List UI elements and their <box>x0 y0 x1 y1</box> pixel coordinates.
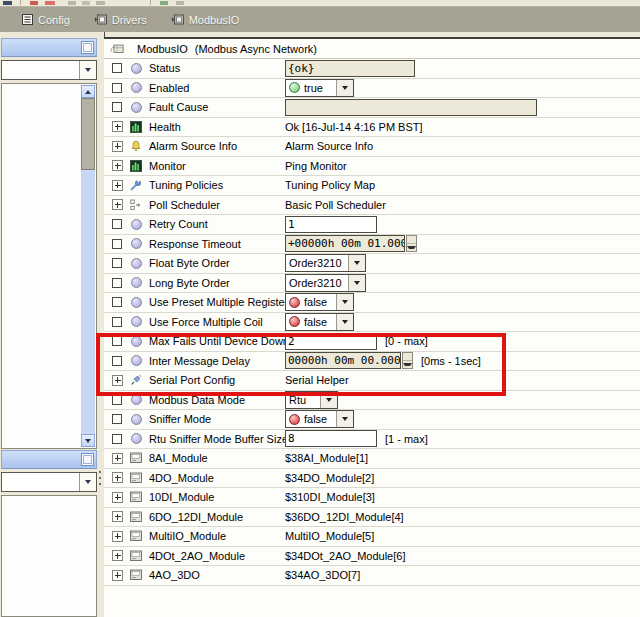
panel-content <box>1 495 97 617</box>
property-value: Ping Monitor <box>285 160 347 172</box>
spinner-down-button[interactable] <box>403 361 412 368</box>
dropdown-arrow-button[interactable] <box>336 411 353 427</box>
panel-maximize-button[interactable] <box>81 453 94 466</box>
retry-count-input[interactable]: 1 <box>285 216 377 233</box>
dropdown-arrow-button[interactable] <box>348 255 365 271</box>
config-icon <box>22 14 33 25</box>
dropdown-arrow-button[interactable] <box>336 314 353 330</box>
expand-plus-icon[interactable] <box>112 141 123 152</box>
property-label: Tuning Policies <box>149 179 223 191</box>
rtu-sniffer-mode-buffer-size-input[interactable]: 8 <box>285 430 377 447</box>
panel-maximize-button[interactable] <box>81 41 94 54</box>
property-orb-icon <box>129 238 143 250</box>
row-checkbox[interactable] <box>112 239 122 249</box>
dropdown-arrow-button[interactable] <box>336 294 353 310</box>
panel-combobox[interactable] <box>1 60 97 80</box>
tab-modbusio[interactable]: ModbusIO <box>171 14 240 26</box>
scrollbar-thumb[interactable] <box>81 98 95 170</box>
expand-plus-icon[interactable] <box>112 121 123 132</box>
expand-plus-icon[interactable] <box>112 570 123 581</box>
row-checkbox[interactable] <box>112 278 122 288</box>
row-checkbox[interactable] <box>112 434 122 444</box>
property-row-max-fails-until-device-down: Max Fails Until Device Down2[0 - max] <box>104 332 640 352</box>
dropdown-arrow-button[interactable] <box>336 80 353 96</box>
expand-plus-icon[interactable] <box>112 531 123 542</box>
scroll-up-button[interactable] <box>81 85 95 98</box>
dropdown-value: false <box>304 413 327 425</box>
inter-message-delay-input[interactable]: 00000h 00m 00.000s <box>285 352 401 369</box>
tab-drivers[interactable]: Drivers <box>94 14 147 26</box>
dropdown-arrow-button[interactable] <box>348 275 365 291</box>
dropdown-value: true <box>304 82 323 94</box>
float-byte-order-dropdown[interactable]: Order3210 <box>285 254 366 272</box>
property-label: Alarm Source Info <box>149 140 237 152</box>
property-label: 10DI_Module <box>149 491 214 503</box>
range-hint: [0 - max] <box>385 335 428 347</box>
property-orb-icon <box>129 335 143 347</box>
expand-plus-icon[interactable] <box>112 160 123 171</box>
tab-config[interactable]: Config <box>22 14 70 26</box>
status-field[interactable]: {ok} <box>285 60 415 77</box>
expand-plus-icon[interactable] <box>112 472 123 483</box>
red-status-orb-icon <box>289 297 300 308</box>
spinner-down-button[interactable] <box>407 244 416 251</box>
modbus-data-mode-dropdown[interactable]: Rtu <box>285 391 338 409</box>
expand-plus-icon[interactable] <box>112 550 123 561</box>
property-label: Monitor <box>149 160 186 172</box>
property-orb-icon <box>129 218 143 230</box>
tab-label: ModbusIO <box>189 14 240 26</box>
max-fails-until-device-down-input[interactable]: 2 <box>285 333 377 350</box>
row-checkbox[interactable] <box>112 63 122 73</box>
row-checkbox[interactable] <box>112 395 122 405</box>
toolbar-fragment-icon <box>82 1 90 5</box>
module-icon <box>129 491 143 503</box>
row-checkbox[interactable] <box>112 219 122 229</box>
property-row-poll-scheduler: Poll SchedulerBasic Poll Scheduler <box>104 196 640 216</box>
scroll-down-button[interactable] <box>81 434 95 447</box>
spinner-up-button[interactable] <box>403 353 412 361</box>
expand-plus-icon[interactable] <box>112 180 123 191</box>
expand-plus-icon[interactable] <box>112 453 123 464</box>
row-checkbox[interactable] <box>112 336 122 346</box>
spinner[interactable] <box>402 352 413 369</box>
property-value: MultiIO_Module[5] <box>285 530 374 542</box>
expand-plus-icon[interactable] <box>112 511 123 522</box>
panel-title-bar[interactable] <box>1 450 97 469</box>
property-row-serial-port-config: Serial Port ConfigSerial Helper <box>104 371 640 391</box>
row-checkbox[interactable] <box>112 297 122 307</box>
property-row-10di-module: 10DI_Module$310DI_Module[3] <box>104 488 640 508</box>
wrench-icon <box>129 179 143 191</box>
row-checkbox[interactable] <box>112 83 122 93</box>
expand-plus-icon[interactable] <box>112 492 123 503</box>
property-row-8ai-module: 8AI_Module$38AI_Module[1] <box>104 449 640 469</box>
use-force-multiple-coil-dropdown[interactable]: false <box>285 313 354 331</box>
row-checkbox[interactable] <box>112 356 122 366</box>
row-checkbox[interactable] <box>112 414 122 424</box>
row-checkbox[interactable] <box>112 317 122 327</box>
spinner[interactable] <box>406 235 417 252</box>
row-checkbox[interactable] <box>112 258 122 268</box>
use-preset-multiple-register-dropdown[interactable]: false <box>285 293 354 311</box>
expand-plus-icon[interactable] <box>112 199 123 210</box>
red-status-orb-icon <box>289 316 300 327</box>
property-label: Fault Cause <box>149 101 208 113</box>
fault-cause-field[interactable] <box>285 99 537 116</box>
vertical-scrollbar[interactable] <box>81 85 95 447</box>
combobox-arrow-button[interactable] <box>79 473 96 491</box>
enabled-dropdown[interactable]: true <box>285 79 354 97</box>
row-checkbox[interactable] <box>112 102 122 112</box>
property-label: Status <box>149 62 180 74</box>
long-byte-order-dropdown[interactable]: Order3210 <box>285 274 366 292</box>
network-icon <box>110 43 124 55</box>
expand-plus-icon[interactable] <box>112 375 123 386</box>
side-panel-top <box>1 38 97 448</box>
panel-combobox[interactable] <box>1 472 97 492</box>
toolbar-fragment-icon <box>68 1 76 5</box>
spinner-up-button[interactable] <box>407 236 416 244</box>
module-icon <box>129 530 143 542</box>
combobox-arrow-button[interactable] <box>79 61 96 79</box>
dropdown-arrow-button[interactable] <box>320 392 337 408</box>
sniffer-mode-dropdown[interactable]: false <box>285 410 354 428</box>
response-timeout-input[interactable]: +00000h 00m 01.000s <box>285 235 405 252</box>
panel-title-bar[interactable] <box>1 38 97 57</box>
